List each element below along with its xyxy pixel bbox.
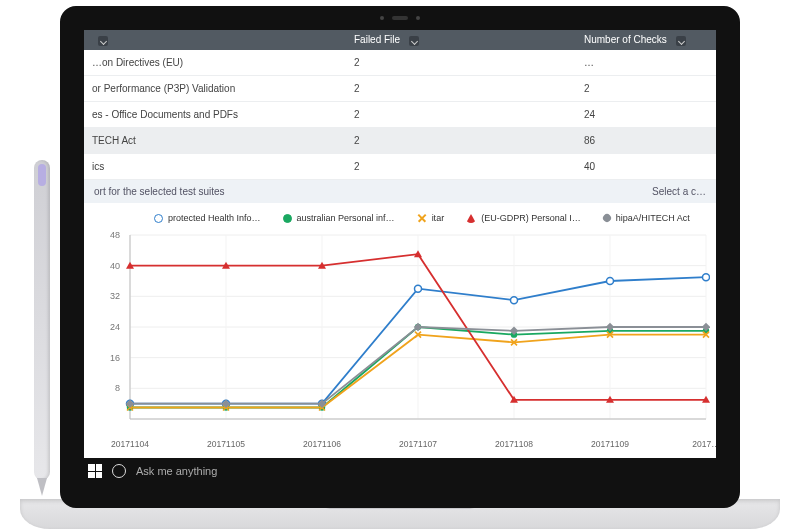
cell-failed: 2 (354, 83, 584, 94)
legend-marker-icon (466, 214, 476, 223)
chart-legend: protected Health Info…australian Persona… (84, 203, 716, 227)
cell-failed: 2 (354, 109, 584, 120)
cell-name: es - Office Documents and PDFs (84, 109, 354, 120)
svg-point-20 (511, 297, 518, 304)
x-tick-label: 2017… (692, 439, 716, 449)
table-row[interactable]: or Performance (P3P) Validation22 (84, 76, 716, 102)
chevron-down-icon[interactable] (98, 36, 108, 46)
table-row[interactable]: es - Office Documents and PDFs224 (84, 102, 716, 128)
taskbar-search-placeholder[interactable]: Ask me anything (136, 465, 217, 477)
legend-marker-icon (601, 212, 612, 223)
chevron-down-icon[interactable] (409, 36, 419, 46)
section-toolbar-left: ort for the selected test suites (94, 186, 225, 197)
laptop-frame: Failed File Number of Checks …on Directi… (60, 6, 740, 508)
legend-label: protected Health Info… (168, 213, 261, 223)
col-checks[interactable]: Number of Checks (584, 34, 716, 45)
camera-cluster (380, 16, 420, 20)
legend-label: (EU-GDPR) Personal I… (481, 213, 581, 223)
cell-checks: 40 (584, 161, 716, 172)
table-header: Failed File Number of Checks (84, 30, 716, 50)
x-tick-label: 20171107 (399, 439, 437, 449)
legend-label: australian Personal inf… (297, 213, 395, 223)
cell-checks: 24 (584, 109, 716, 120)
cortana-icon[interactable] (112, 464, 126, 478)
stylus (34, 160, 50, 480)
cell-name: TECH Act (84, 135, 354, 146)
legend-item[interactable]: australian Personal inf… (283, 213, 395, 223)
legend-label: hipaA/HITECH Act (616, 213, 690, 223)
windows-start-icon[interactable] (88, 464, 102, 478)
col-failed[interactable]: Failed File (354, 34, 584, 45)
svg-point-22 (703, 274, 710, 281)
table-row[interactable]: …on Directives (EU)2… (84, 50, 716, 76)
x-tick-label: 20171105 (207, 439, 245, 449)
table-row[interactable]: TECH Act286 (84, 128, 716, 154)
legend-marker-icon (417, 213, 427, 223)
cell-failed: 2 (354, 135, 584, 146)
cell-checks: 86 (584, 135, 716, 146)
svg-point-19 (415, 285, 422, 292)
col-name[interactable] (84, 34, 354, 45)
legend-item[interactable]: protected Health Info… (154, 213, 261, 223)
table-body: …on Directives (EU)2…or Performance (P3P… (84, 50, 716, 180)
chevron-down-icon[interactable] (676, 36, 686, 46)
legend-marker-icon (283, 214, 292, 223)
screen: Failed File Number of Checks …on Directi… (84, 30, 716, 484)
x-tick-label: 20171104 (111, 439, 149, 449)
legend-marker-icon (154, 214, 163, 223)
x-tick-label: 20171106 (303, 439, 341, 449)
cell-name: …on Directives (EU) (84, 57, 354, 68)
x-tick-label: 20171108 (495, 439, 533, 449)
chart-plot (90, 229, 710, 441)
x-tick-label: 20171109 (591, 439, 629, 449)
cell-name: ics (84, 161, 354, 172)
col-failed-label: Failed File (354, 34, 400, 45)
cell-name: or Performance (P3P) Validation (84, 83, 354, 94)
svg-point-21 (607, 278, 614, 285)
chart: 48403224168 2017110420171105201711062017… (90, 229, 710, 441)
legend-item[interactable]: hipaA/HITECH Act (603, 213, 690, 223)
cell-checks: 2 (584, 83, 716, 94)
section-toolbar: ort for the selected test suites Select … (84, 180, 716, 203)
col-checks-label: Number of Checks (584, 34, 667, 45)
legend-item[interactable]: (EU-GDPR) Personal I… (466, 213, 581, 223)
cell-failed: 2 (354, 57, 584, 68)
section-toolbar-right[interactable]: Select a c… (652, 186, 706, 197)
legend-label: itar (432, 213, 445, 223)
table-row[interactable]: ics240 (84, 154, 716, 180)
cell-checks: … (584, 57, 716, 68)
legend-item[interactable]: itar (417, 213, 445, 223)
windows-taskbar[interactable]: Ask me anything (84, 458, 716, 484)
cell-failed: 2 (354, 161, 584, 172)
